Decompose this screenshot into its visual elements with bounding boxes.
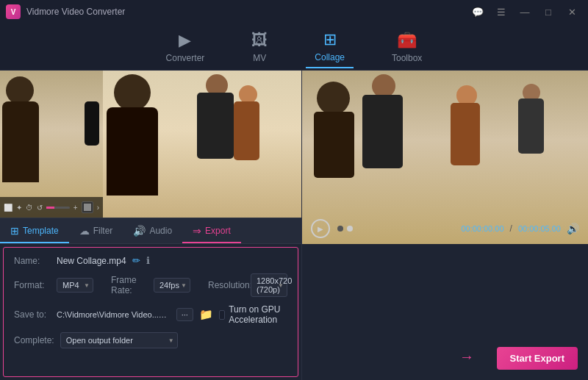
title-bar-right: 💬 ☰ — □ ✕ (467, 4, 582, 19)
close-button[interactable]: ✕ (562, 4, 582, 19)
right-panel: ▶ 00:00:00.00 / 00:00:05.00 🔊 (301, 71, 588, 380)
video-tabs: ⊞ Template ☁ Filter 🔊 Audio ⇒ Export (0, 218, 301, 244)
arrow-icon-1[interactable]: › (97, 204, 99, 212)
video-controls-1: ⬜ ✦ ⏱ ↺ + › (0, 197, 103, 218)
playback-controls: ▶ (311, 219, 353, 238)
title-bar: V Vidmore Video Converter 💬 ☰ — □ ✕ (0, 0, 588, 24)
start-export-label: Start Export (510, 353, 564, 364)
time-current: 00:00:00.00 (461, 224, 503, 233)
gpu-checkbox-container[interactable]: Turn on GPU Acceleration (219, 304, 287, 325)
mv-icon: 🖼 (251, 31, 268, 50)
name-row: Name: New Collage.mp4 ✏ ℹ (14, 255, 287, 266)
video-thumb-1[interactable]: ⬜ ✦ ⏱ ↺ + › (0, 71, 103, 218)
framerate-dropdown[interactable]: 24fps (154, 278, 190, 293)
audio-icon: 🔊 (133, 225, 146, 237)
tab-template-label: Template (23, 226, 59, 236)
rotate-icon[interactable]: ↺ (37, 204, 43, 212)
nav-bar: ▶ Converter 🖼 MV ⊞ Collage 🧰 Toolbox (0, 24, 588, 71)
settings-area: Name: New Collage.mp4 ✏ ℹ Format: MP4 Fr… (3, 247, 298, 377)
complete-label: Complete: (14, 335, 54, 345)
dot-1 (337, 226, 343, 232)
left-panel: ⬜ ✦ ⏱ ↺ + › (0, 71, 301, 380)
mini-thumb-1 (82, 201, 93, 213)
volume-icon-1[interactable]: + (74, 204, 78, 212)
format-dropdown[interactable]: MP4 (57, 278, 93, 293)
converter-icon: ▶ (179, 31, 191, 50)
crop-icon[interactable]: ⬜ (4, 204, 12, 212)
video-thumb-2[interactable] (103, 71, 301, 218)
app-icon: V (6, 4, 21, 19)
dot-2 (347, 226, 353, 232)
minimize-button[interactable]: — (514, 4, 535, 19)
resolution-label: Resolution: (208, 280, 245, 290)
toolbox-icon: 🧰 (397, 31, 417, 50)
complete-row: Complete: Open output folder (14, 332, 287, 348)
format-row: Format: MP4 Frame Rate: 24fps Resolution… (14, 273, 287, 297)
progress-fill-1 (46, 207, 54, 209)
tab-filter[interactable]: ☁ Filter (69, 218, 123, 243)
name-label: Name: (14, 256, 51, 266)
figure-body-1 (314, 112, 354, 178)
saveto-label: Save to: (14, 309, 51, 320)
tab-export[interactable]: ⇒ Export (182, 218, 241, 243)
nav-item-mv[interactable]: 🖼 MV (243, 26, 276, 68)
saveto-path: C:\Vidmore\Vidmore Video...nverter\Colla… (57, 310, 171, 319)
nav-label-mv: MV (253, 53, 266, 63)
tab-template[interactable]: ⊞ Template (0, 218, 69, 243)
gpu-label: Turn on GPU Acceleration (229, 304, 287, 325)
play-button[interactable]: ▶ (311, 219, 330, 238)
menu-button[interactable]: ☰ (491, 4, 512, 19)
info-icon[interactable]: ℹ (146, 255, 150, 266)
figure-head-1 (317, 82, 350, 115)
name-value: New Collage.mp4 (57, 256, 126, 266)
edit-name-icon[interactable]: ✏ (132, 255, 140, 266)
tab-filter-label: Filter (93, 226, 113, 236)
folder-icon[interactable]: 📁 (199, 308, 213, 321)
maximize-button[interactable]: □ (538, 4, 559, 19)
nav-label-converter: Converter (166, 53, 205, 63)
gpu-checkbox[interactable] (219, 310, 225, 320)
nav-item-collage[interactable]: ⊞ Collage (306, 26, 354, 68)
time-total: 00:00:05.00 (518, 224, 561, 233)
filter-icon: ☁ (79, 225, 90, 237)
right-video-controls: ▶ 00:00:00.00 / 00:00:05.00 🔊 (302, 219, 588, 238)
chat-button[interactable]: 💬 (467, 4, 488, 19)
nav-item-toolbox[interactable]: 🧰 Toolbox (383, 26, 431, 68)
nav-label-toolbox: Toolbox (392, 53, 422, 63)
template-icon: ⊞ (10, 225, 19, 237)
start-export-button[interactable]: Start Export (497, 347, 578, 370)
export-icon: ⇒ (193, 225, 201, 237)
tab-export-label: Export (205, 226, 231, 236)
star-icon[interactable]: ✦ (16, 204, 22, 212)
complete-dropdown[interactable]: Open output folder (60, 332, 178, 348)
video-area-left: ⬜ ✦ ⏱ ↺ + › (0, 71, 301, 218)
app-title: Vidmore Video Converter (26, 7, 125, 17)
title-bar-left: V Vidmore Video Converter (6, 4, 125, 19)
collage-icon: ⊞ (323, 30, 337, 49)
resolution-dropdown[interactable]: 1280x720 (720p) (251, 273, 287, 297)
tab-audio-label: Audio (149, 226, 172, 236)
right-video: ▶ 00:00:00.00 / 00:00:05.00 🔊 (302, 71, 588, 244)
clock-icon[interactable]: ⏱ (26, 204, 33, 212)
time-separator: / (510, 223, 512, 234)
format-label: Format: (14, 280, 51, 290)
dot-indicator (337, 226, 353, 232)
nav-label-collage: Collage (315, 52, 345, 62)
framerate-label: Frame Rate: (111, 275, 148, 295)
nav-item-converter[interactable]: ▶ Converter (157, 26, 214, 68)
volume-icon-right[interactable]: 🔊 (567, 223, 579, 234)
export-arrow: → (459, 348, 474, 365)
tab-audio[interactable]: 🔊 Audio (123, 218, 182, 243)
saveto-row: Save to: C:\Vidmore\Vidmore Video...nver… (14, 304, 287, 325)
time-controls: 00:00:00.00 / 00:00:05.00 🔊 (461, 223, 579, 234)
browse-button[interactable]: ··· (176, 308, 193, 321)
progress-bar-1[interactable] (46, 207, 70, 209)
main-content: ⬜ ✦ ⏱ ↺ + › (0, 71, 588, 380)
